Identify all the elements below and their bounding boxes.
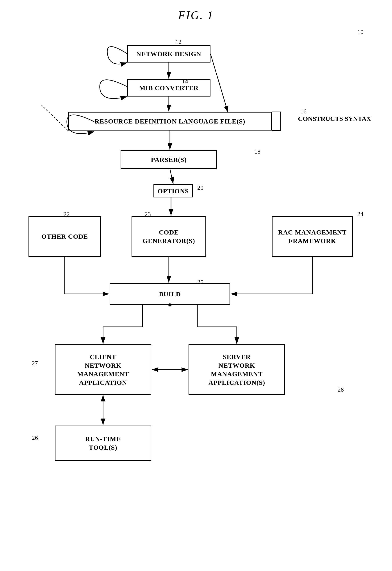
ref-25: 25 bbox=[197, 279, 203, 286]
box-parsers: PARSER(S) bbox=[121, 150, 217, 169]
ref-22: 22 bbox=[64, 211, 70, 218]
box-mib-converter: MIB CONVERTER bbox=[127, 79, 210, 97]
diagram: FIG. 1 10 NETWORK DESIGN 12 MIB CONVERTE… bbox=[0, 0, 392, 571]
ref-28: 28 bbox=[338, 386, 344, 393]
ref-10: 10 bbox=[357, 29, 364, 36]
box-network-design: NETWORK DESIGN bbox=[127, 45, 210, 62]
box-rdl: RESOURCE DEFINITION LANGUAGE FILE(S) bbox=[68, 112, 272, 130]
box-runtime: RUN-TIME TOOL(S) bbox=[55, 426, 151, 461]
svg-line-4 bbox=[210, 54, 228, 113]
box-build: BUILD bbox=[110, 283, 230, 305]
box-code-generator: CODE GENERATOR(S) bbox=[132, 216, 206, 257]
box-other-code: OTHER CODE bbox=[28, 216, 101, 257]
ref-18: 18 bbox=[254, 148, 260, 155]
ref-24: 24 bbox=[357, 211, 364, 218]
ref-14: 14 bbox=[182, 78, 188, 85]
constructs-syntax-label: CONSTRUCTS SYNTAX bbox=[298, 114, 371, 123]
box-rac: RAC MANAGEMENT FRAMEWORK bbox=[272, 216, 353, 257]
box-options: OPTIONS bbox=[154, 184, 193, 198]
figure-title: FIG. 1 bbox=[0, 9, 392, 22]
box-client: CLIENT NETWORK MANAGEMENT APPLICATION bbox=[55, 344, 151, 395]
ref-12: 12 bbox=[175, 38, 182, 45]
ref-26: 26 bbox=[32, 434, 38, 441]
svg-line-7 bbox=[170, 169, 173, 184]
ref-23: 23 bbox=[145, 211, 151, 218]
svg-line-2 bbox=[42, 105, 68, 130]
ref-27: 27 bbox=[32, 360, 38, 367]
box-server: SERVER NETWORK MANAGEMENT APPLICATION(S) bbox=[189, 344, 285, 395]
ref-20: 20 bbox=[197, 184, 203, 191]
